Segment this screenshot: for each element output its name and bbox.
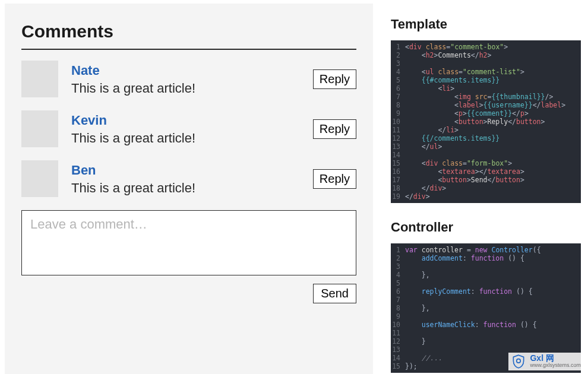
code-line: 7 <img src={{thumbnail}}/> [391, 93, 581, 101]
code-content: <ul class="comment-list"> [405, 68, 524, 76]
comment-username[interactable]: Kevin [71, 113, 307, 128]
code-line: 6 <li> [391, 84, 581, 93]
code-content: userNameClick: function () { [405, 321, 537, 329]
comment-text: This is a great article! [71, 81, 307, 96]
shield-icon [511, 354, 526, 369]
code-line: 11 [391, 329, 581, 337]
code-line: 8 }, [391, 304, 581, 312]
code-content [405, 312, 409, 321]
code-content: }); [405, 362, 418, 370]
code-content: replyComment: function () { [405, 287, 533, 296]
line-number: 1 [391, 246, 405, 254]
watermark-brand: Gxl 网 [530, 354, 581, 362]
code-content: addComment: function () { [405, 254, 524, 262]
line-number: 14 [391, 151, 405, 159]
line-number: 14 [391, 354, 405, 362]
code-content: }, [405, 271, 430, 279]
code-content: <div class="comment-box"> [405, 43, 508, 51]
code-content: <img src={{thumbnail}}/> [405, 93, 553, 101]
code-line: 12 } [391, 337, 581, 346]
code-line: 5 {{#comments.items}} [391, 76, 581, 84]
reply-button[interactable]: Reply [313, 119, 356, 139]
line-number: 6 [391, 84, 405, 93]
code-line: 3 [391, 262, 581, 271]
code-line: 2 addComment: function () { [391, 254, 581, 262]
send-button[interactable]: Send [313, 284, 356, 303]
divider [21, 49, 356, 50]
comment-body: NateThis is a great article! [71, 61, 307, 96]
code-line: 18 </div> [391, 184, 581, 192]
comment-box: Comments NateThis is a great article!Rep… [5, 4, 373, 374]
code-line: 3 [391, 59, 581, 68]
line-number: 10 [391, 118, 405, 126]
code-content: //... [405, 354, 442, 362]
line-number: 7 [391, 93, 405, 101]
line-number: 10 [391, 321, 405, 329]
line-number: 5 [391, 76, 405, 84]
code-content: <p>{{comment}}</p> [405, 109, 529, 118]
code-line: 15 <div class="form-box"> [391, 159, 581, 167]
line-number: 8 [391, 304, 405, 312]
watermark-sub: www.gxlsystems.com [530, 362, 581, 369]
code-content: {{/comments.items}} [405, 134, 500, 142]
line-number: 15 [391, 159, 405, 167]
line-number: 9 [391, 109, 405, 118]
code-content: </div> [405, 184, 446, 192]
reply-button[interactable]: Reply [313, 69, 356, 89]
code-content: var controller = new Controller({ [405, 246, 541, 254]
template-code-block: 1<div class="comment-box">2 <h2>Comments… [391, 40, 581, 203]
code-content: </li> [405, 126, 459, 134]
comment-item: NateThis is a great article!Reply [21, 61, 356, 97]
avatar [21, 110, 58, 147]
comment-item: BenThis is a great article!Reply [21, 160, 356, 197]
comment-body: BenThis is a great article! [71, 160, 307, 196]
comment-username[interactable]: Nate [71, 63, 307, 78]
reply-button[interactable]: Reply [313, 169, 356, 189]
code-line: 5 [391, 279, 581, 287]
line-number: 18 [391, 184, 405, 192]
code-content: <label>{{username}}</label> [405, 101, 565, 109]
comment-text: This is a great article! [71, 180, 307, 196]
code-content [405, 279, 409, 287]
line-number: 12 [391, 134, 405, 142]
controller-heading: Controller [391, 220, 581, 235]
code-content [405, 59, 409, 68]
comment-input[interactable] [21, 210, 356, 275]
code-content: <div class="form-box"> [405, 159, 512, 167]
line-number: 12 [391, 337, 405, 346]
line-number: 1 [391, 43, 405, 51]
code-content: <h2>Comments</h2> [405, 51, 491, 59]
line-number: 6 [391, 287, 405, 296]
line-number: 15 [391, 362, 405, 370]
code-line: 14 [391, 151, 581, 159]
comment-list: NateThis is a great article!ReplyKevinTh… [21, 61, 356, 197]
line-number: 11 [391, 329, 405, 337]
comment-text: This is a great article! [71, 131, 307, 146]
line-number: 17 [391, 176, 405, 184]
code-content [405, 329, 409, 337]
line-number: 3 [391, 262, 405, 271]
code-content: <button>Reply</button> [405, 118, 545, 126]
code-content [405, 151, 409, 159]
line-number: 7 [391, 296, 405, 304]
line-number: 8 [391, 101, 405, 109]
form-box: Send [21, 210, 356, 303]
code-line: 8 <label>{{username}}</label> [391, 101, 581, 109]
line-number: 4 [391, 271, 405, 279]
code-line: 9 [391, 312, 581, 321]
code-line: 4 }, [391, 271, 581, 279]
code-content: <button>Send</button> [405, 176, 524, 184]
code-content: </ul> [405, 142, 442, 151]
comment-username[interactable]: Ben [71, 163, 307, 178]
code-line: 13 </ul> [391, 142, 581, 151]
code-content: } [405, 337, 426, 346]
line-number: 16 [391, 167, 405, 176]
code-line: 1<div class="comment-box"> [391, 43, 581, 51]
line-number: 5 [391, 279, 405, 287]
code-line: 9 <p>{{comment}}</p> [391, 109, 581, 118]
line-number: 19 [391, 192, 405, 201]
svg-point-0 [517, 359, 521, 363]
code-line: 11 </li> [391, 126, 581, 134]
avatar [21, 160, 58, 197]
template-heading: Template [391, 17, 581, 32]
